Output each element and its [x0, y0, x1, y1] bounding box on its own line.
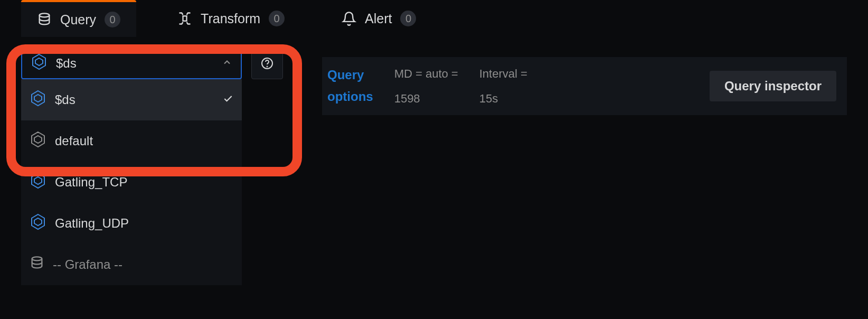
tab-transform[interactable]: Transform 0 [162, 0, 300, 37]
content-area: $ds $ds [0, 37, 868, 319]
query-options-interval: Interval = 15s [479, 64, 527, 109]
svg-point-12 [32, 257, 42, 260]
tab-label: Query [60, 12, 96, 27]
tab-count-badge: 0 [400, 11, 416, 26]
tab-alert[interactable]: Alert 0 [326, 0, 432, 37]
influxdb-icon [30, 213, 46, 233]
svg-marker-7 [34, 136, 42, 143]
tab-label: Transform [201, 11, 260, 26]
svg-point-14 [267, 67, 268, 67]
svg-marker-11 [34, 218, 42, 226]
svg-marker-6 [32, 132, 44, 147]
tabs-row: Query 0 Transform 0 Alert 0 [0, 0, 868, 37]
svg-marker-9 [34, 177, 42, 184]
tab-count-badge: 0 [269, 11, 285, 26]
datasource-option-label: default [55, 134, 93, 148]
datasource-option[interactable]: $ds [21, 79, 242, 120]
datasource-select[interactable]: $ds [21, 48, 242, 79]
bell-icon [342, 11, 356, 26]
datasource-option[interactable]: default [21, 120, 242, 162]
database-icon [37, 12, 52, 27]
datasource-option[interactable]: Gatling_TCP [21, 162, 242, 203]
datasource-select-wrap: $ds $ds [21, 48, 242, 79]
datasource-option[interactable]: Gatling_UDP [21, 203, 242, 244]
svg-point-0 [40, 13, 50, 17]
query-options-md: MD = auto = 1598 [394, 64, 458, 109]
tab-label: Alert [365, 11, 392, 26]
influxdb-icon [30, 131, 46, 151]
check-icon [223, 92, 233, 107]
svg-marker-8 [32, 173, 44, 188]
svg-marker-4 [32, 91, 44, 106]
tab-query[interactable]: Query 0 [21, 0, 136, 37]
svg-marker-2 [33, 54, 45, 69]
transform-icon [177, 11, 192, 26]
datasource-option[interactable]: -- Grafana -- [21, 244, 242, 285]
tab-count-badge: 0 [105, 12, 120, 27]
datasource-option-label: Gatling_TCP [55, 175, 127, 190]
query-options-bar: Queryoptions MD = auto = 1598 Interval =… [322, 57, 847, 115]
svg-marker-10 [32, 214, 44, 229]
database-icon [30, 256, 44, 274]
chevron-up-icon [222, 56, 232, 71]
query-inspector-button[interactable]: Query inspector [710, 71, 836, 101]
influxdb-icon [30, 90, 46, 110]
datasource-option-label: Gatling_UDP [55, 216, 129, 231]
datasource-option-label: $ds [55, 92, 76, 107]
svg-rect-1 [183, 16, 187, 21]
query-options-label[interactable]: Queryoptions [327, 64, 373, 108]
influxdb-icon [30, 172, 46, 192]
datasource-option-label: -- Grafana -- [53, 257, 122, 272]
svg-marker-5 [34, 95, 42, 102]
datasource-help-button[interactable] [251, 48, 283, 79]
help-icon [261, 57, 273, 70]
influxdb-icon [31, 53, 48, 73]
datasource-select-value: $ds [56, 56, 77, 71]
datasource-dropdown: $ds default Gatling_TCP [21, 79, 242, 285]
svg-marker-3 [35, 58, 43, 65]
